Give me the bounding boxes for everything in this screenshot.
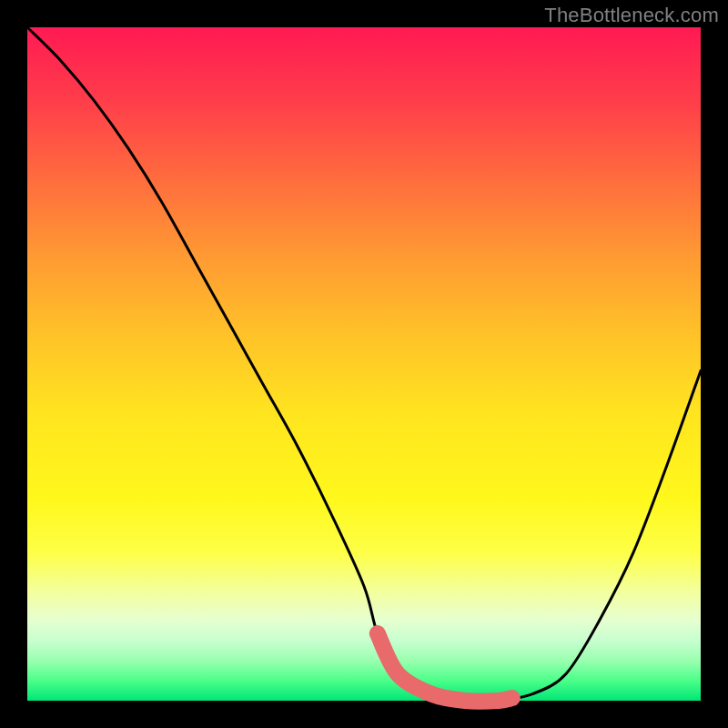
watermark-text: TheBottleneck.com: [544, 4, 719, 27]
curve-path: [27, 27, 701, 702]
plot-area: [27, 27, 701, 701]
bottleneck-curve: [27, 27, 701, 701]
chart-frame: TheBottleneck.com: [0, 0, 728, 728]
optimal-range-highlight: [378, 633, 512, 702]
